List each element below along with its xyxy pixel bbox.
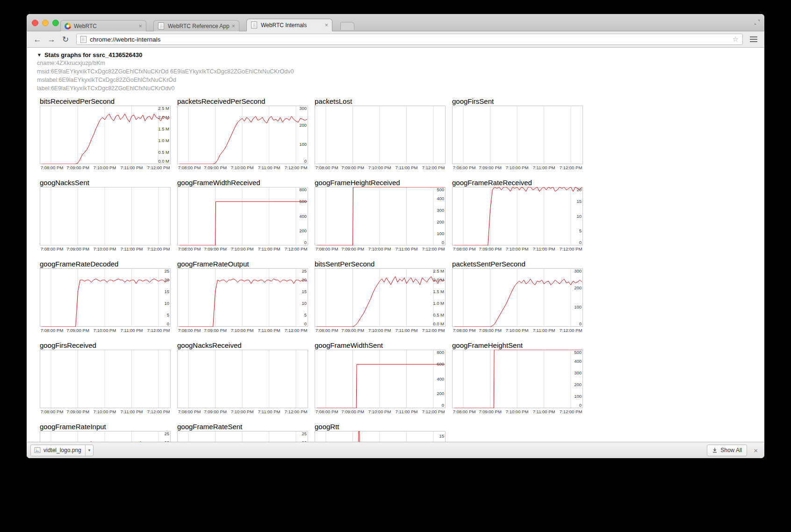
svg-text:7:10:00 PM: 7:10:00 PM: [368, 246, 391, 252]
svg-text:300: 300: [299, 106, 307, 111]
svg-text:20: 20: [164, 277, 169, 282]
svg-text:7:10:00 PM: 7:10:00 PM: [368, 328, 391, 333]
chrome-menu-button[interactable]: [748, 35, 760, 44]
url-text[interactable]: chrome://webrtc-internals: [90, 36, 729, 43]
svg-text:7:12:00 PM: 7:12:00 PM: [422, 165, 445, 170]
svg-text:7:12:00 PM: 7:12:00 PM: [147, 328, 170, 333]
svg-text:7:08:00 PM: 7:08:00 PM: [41, 246, 64, 252]
chart-title: googFrameRateReceived: [452, 178, 590, 187]
tab-label: WebRTC Internals: [261, 22, 323, 29]
tab-close-icon[interactable]: ×: [324, 22, 328, 28]
chart-googFrameRateReceived: googFrameRateReceived7:08:00 PM7:09:00 P…: [452, 178, 590, 253]
svg-text:7:08:00 PM: 7:08:00 PM: [316, 246, 338, 252]
new-tab-button[interactable]: [340, 22, 354, 30]
chart-googFrameHeightReceived: googFrameHeightReceived7:08:00 PM7:09:00…: [315, 178, 452, 253]
svg-text:7:12:00 PM: 7:12:00 PM: [285, 409, 308, 414]
chart-packetsLost: packetsLost7:08:00 PM7:09:00 PM7:10:00 P…: [315, 97, 452, 172]
tab-label: WebRTC: [74, 23, 137, 29]
svg-text:7:11:00 PM: 7:11:00 PM: [258, 328, 280, 333]
svg-text:1.0 M: 1.0 M: [433, 301, 444, 306]
svg-text:1.5 M: 1.5 M: [158, 126, 169, 131]
chart-title: googFrameRateSent: [177, 422, 315, 431]
svg-text:0: 0: [304, 240, 307, 245]
svg-text:7:12:00 PM: 7:12:00 PM: [422, 409, 445, 414]
tab-webrtc-internals[interactable]: WebRTC Internals ×: [246, 19, 332, 31]
page-icon: [80, 36, 86, 43]
page-content: ▼ Stats graphs for ssrc_4136526430 cname…: [27, 48, 764, 442]
svg-text:7:12:00 PM: 7:12:00 PM: [560, 328, 582, 333]
svg-text:7:09:00 PM: 7:09:00 PM: [66, 328, 89, 333]
svg-text:15: 15: [439, 433, 444, 439]
browser-window: WebRTC × WebRTC Reference App × WebRTC I…: [27, 14, 764, 458]
chart-title: packetsReceivedPerSecond: [177, 97, 315, 106]
svg-text:200: 200: [299, 122, 307, 128]
fullscreen-icon[interactable]: [754, 19, 760, 27]
svg-text:7:08:00 PM: 7:08:00 PM: [316, 328, 338, 333]
meta-msid: msid:6E9laEYkyxIkTCxDgc82ZGoEhlCfxNuCKrO…: [37, 68, 764, 75]
chart-googFrameRateInput: googFrameRateInput7:08:00 PM7:09:00 PM7:…: [40, 422, 177, 442]
chart-title: googNacksReceived: [177, 341, 315, 350]
forward-button[interactable]: →: [45, 36, 58, 43]
chart-title: googFrameWidthReceived: [177, 178, 315, 187]
tab-webrtc-reference-app[interactable]: WebRTC Reference App ×: [153, 20, 239, 31]
svg-text:0: 0: [579, 403, 582, 408]
collapse-triangle-icon[interactable]: ▼: [37, 52, 42, 58]
svg-text:0.5 M: 0.5 M: [158, 150, 169, 155]
svg-text:100: 100: [574, 394, 582, 399]
svg-text:7:11:00 PM: 7:11:00 PM: [121, 328, 143, 333]
svg-text:1.0 M: 1.0 M: [158, 138, 169, 143]
bookmark-star-icon[interactable]: ☆: [733, 35, 739, 43]
chart-googFrameHeightSent: googFrameHeightSent7:08:00 PM7:09:00 PM7…: [452, 341, 590, 416]
back-button[interactable]: ←: [31, 36, 43, 43]
svg-text:400: 400: [574, 359, 582, 364]
tab-close-icon[interactable]: ×: [138, 23, 142, 29]
svg-text:7:08:00 PM: 7:08:00 PM: [178, 165, 201, 170]
svg-text:7:12:00 PM: 7:12:00 PM: [147, 165, 170, 170]
svg-text:7:08:00 PM: 7:08:00 PM: [453, 409, 476, 414]
svg-text:7:08:00 PM: 7:08:00 PM: [178, 409, 201, 414]
chart-title: googFrameWidthSent: [315, 341, 452, 350]
chart-title: googFirsReceived: [40, 341, 177, 350]
show-all-label: Show All: [720, 447, 742, 453]
svg-text:7:10:00 PM: 7:10:00 PM: [506, 246, 529, 252]
zoom-window-button[interactable]: [52, 20, 59, 26]
chart-packetsReceivedPerSecond: packetsReceivedPerSecond7:08:00 PM7:09:0…: [177, 97, 315, 172]
address-bar[interactable]: chrome://webrtc-internals ☆: [76, 34, 743, 45]
tab-webrtc[interactable]: WebRTC ×: [60, 20, 146, 31]
chart-googNacksSent: googNacksSent7:08:00 PM7:09:00 PM7:10:00…: [40, 178, 177, 253]
svg-text:7:09:00 PM: 7:09:00 PM: [479, 328, 502, 333]
download-item[interactable]: vidtel_logo.png ▾: [30, 445, 93, 456]
svg-text:500: 500: [437, 187, 444, 192]
minimize-window-button[interactable]: [42, 20, 49, 26]
svg-text:7:11:00 PM: 7:11:00 PM: [533, 328, 555, 333]
download-caret-icon[interactable]: ▾: [85, 445, 93, 456]
svg-text:7:11:00 PM: 7:11:00 PM: [258, 409, 280, 414]
chart-title: googFrameHeightSent: [452, 341, 590, 350]
svg-text:0.5 M: 0.5 M: [433, 312, 444, 317]
show-all-button[interactable]: Show All: [707, 445, 747, 456]
svg-text:7:08:00 PM: 7:08:00 PM: [41, 328, 64, 333]
reload-button[interactable]: ↻: [59, 36, 72, 43]
svg-text:7:10:00 PM: 7:10:00 PM: [368, 409, 391, 414]
svg-text:2.5 M: 2.5 M: [158, 106, 169, 111]
svg-text:15: 15: [576, 199, 582, 204]
tab-label: WebRTC Reference App: [168, 23, 230, 29]
svg-text:7:08:00 PM: 7:08:00 PM: [453, 328, 476, 333]
svg-text:7:12:00 PM: 7:12:00 PM: [147, 246, 170, 252]
svg-text:7:12:00 PM: 7:12:00 PM: [560, 246, 582, 252]
svg-text:5: 5: [167, 312, 169, 317]
close-window-button[interactable]: [32, 20, 38, 26]
svg-text:7:11:00 PM: 7:11:00 PM: [121, 409, 143, 414]
svg-text:7:09:00 PM: 7:09:00 PM: [341, 246, 364, 252]
svg-text:7:08:00 PM: 7:08:00 PM: [41, 165, 64, 170]
tab-close-icon[interactable]: ×: [231, 23, 235, 29]
svg-text:7:08:00 PM: 7:08:00 PM: [178, 328, 201, 333]
svg-text:7:09:00 PM: 7:09:00 PM: [204, 409, 227, 414]
svg-text:7:12:00 PM: 7:12:00 PM: [147, 409, 170, 414]
svg-text:600: 600: [437, 361, 444, 367]
svg-text:7:10:00 PM: 7:10:00 PM: [368, 165, 391, 170]
svg-text:7:09:00 PM: 7:09:00 PM: [479, 409, 502, 414]
svg-text:500: 500: [574, 350, 582, 355]
chart-title: bitsSentPerSecond: [315, 259, 452, 268]
download-bar-close-icon[interactable]: ×: [754, 447, 758, 454]
